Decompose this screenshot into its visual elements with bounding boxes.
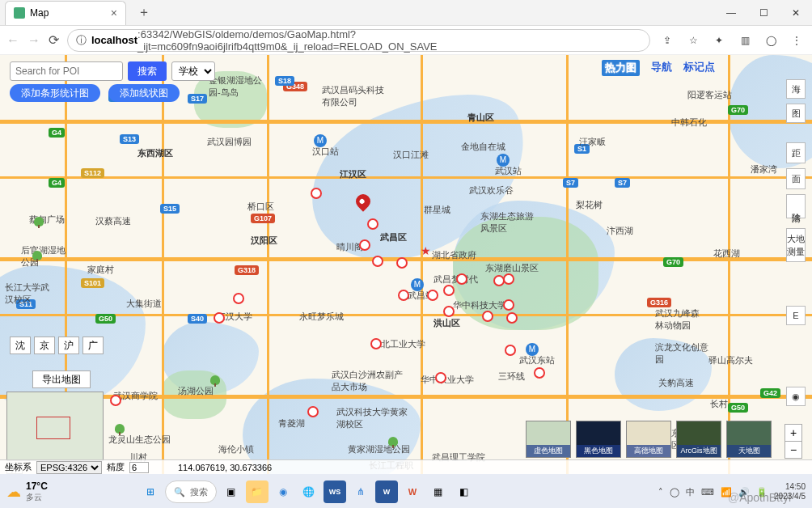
taskbar-search[interactable]: 🔍 搜索 xyxy=(165,480,217,503)
wifi-icon[interactable]: 📶 xyxy=(721,487,732,497)
poi-marker[interactable] xyxy=(482,311,493,322)
geodesic-measure-tool[interactable]: 大地 测量 xyxy=(786,228,806,262)
menu-icon[interactable]: ⋮ xyxy=(788,32,806,49)
wps-icon[interactable]: W xyxy=(401,480,424,503)
place-label: 武汉九峰森林动物园 xyxy=(655,307,704,332)
forward-button[interactable]: → xyxy=(27,33,40,48)
star-icon[interactable]: ☆ xyxy=(684,32,702,49)
volume-icon[interactable]: 🔊 xyxy=(738,487,750,497)
close-tab-icon[interactable]: × xyxy=(111,6,117,19)
poi-marker[interactable] xyxy=(534,367,545,379)
metro-icon: M xyxy=(497,154,510,167)
battery-icon[interactable]: 🔋 xyxy=(756,487,768,497)
place-label: 花西湖 xyxy=(713,248,740,260)
poi-marker[interactable] xyxy=(503,273,514,285)
overview-tool[interactable]: 海 xyxy=(786,79,806,99)
browser-tab[interactable]: Map × xyxy=(5,1,126,25)
map-viewport[interactable]: G4 G4 G70 G70 G50 G50 G42 G107 G318 G316… xyxy=(0,55,812,474)
poi-marker[interactable] xyxy=(396,257,408,269)
task-view-icon[interactable]: ▣ xyxy=(220,480,243,503)
url-input[interactable]: ⓘ localhost:63342/WebGIS/oldemo/demos/Ga… xyxy=(67,29,650,52)
poi-marker[interactable] xyxy=(503,299,514,311)
locate-tool[interactable]: ◉ xyxy=(786,387,806,406)
navigation-link[interactable]: 导航 xyxy=(651,60,672,76)
overview-map[interactable] xyxy=(6,392,104,461)
poi-marker[interactable] xyxy=(359,239,370,251)
poi-marker[interactable] xyxy=(443,285,455,296)
basemap-tianditu[interactable]: 天地图 xyxy=(726,421,772,458)
place-label: 驿山高尔夫 xyxy=(708,354,753,366)
poi-marker[interactable] xyxy=(110,395,121,406)
extensions-icon[interactable]: ✦ xyxy=(710,32,728,49)
precision-label: 精度 xyxy=(107,461,125,473)
maximize-button[interactable]: ☐ xyxy=(747,1,780,25)
place-label: 武汉东站 xyxy=(519,354,555,366)
zoom-out-button[interactable]: − xyxy=(785,441,802,459)
poi-marker[interactable] xyxy=(506,312,518,324)
area-tool[interactable]: 面 xyxy=(786,168,806,189)
poi-marker[interactable] xyxy=(233,293,244,304)
basemap-dark[interactable]: 黑色地图 xyxy=(576,421,621,458)
poi-marker[interactable] xyxy=(505,345,516,356)
poi-marker[interactable] xyxy=(372,256,383,267)
reload-button[interactable]: ⟳ xyxy=(49,32,59,48)
word-icon[interactable]: W xyxy=(375,480,398,503)
basemap-arcgis[interactable]: ArcGis地图 xyxy=(676,421,721,458)
ime-icon[interactable]: ⌨ xyxy=(701,487,714,497)
basemap-gaode[interactable]: 高德地图 xyxy=(626,421,671,458)
city-beijing[interactable]: 京 xyxy=(34,337,55,354)
clear-tool[interactable]: 清除 xyxy=(786,194,806,218)
poi-marker[interactable] xyxy=(456,273,467,285)
share-icon[interactable]: ⇪ xyxy=(658,32,676,49)
webstorm-icon[interactable]: WS xyxy=(324,480,346,503)
profile-icon[interactable]: ◯ xyxy=(762,32,780,49)
weather-widget[interactable]: ☁ 17°C 多云 xyxy=(6,480,48,503)
app-icon[interactable]: ▦ xyxy=(427,480,450,503)
poi-search-input[interactable] xyxy=(10,61,123,81)
category-select[interactable]: 学校 xyxy=(171,61,215,81)
clock[interactable]: 14:50 2023/4/5 xyxy=(774,482,806,502)
poi-marker[interactable] xyxy=(398,290,409,301)
shield: S13 xyxy=(120,134,139,144)
ime-indicator[interactable]: 中 xyxy=(686,486,695,498)
poi-marker[interactable] xyxy=(311,188,322,199)
search-button[interactable]: 搜索 xyxy=(128,61,167,81)
city-shanghai[interactable]: 沪 xyxy=(58,337,79,354)
close-window-button[interactable]: ✕ xyxy=(780,1,812,25)
heatmap-link[interactable]: 热力图 xyxy=(602,60,640,76)
distance-tool[interactable]: 距 xyxy=(786,142,806,163)
chevron-up-icon[interactable]: ˄ xyxy=(658,487,663,497)
basemap-light[interactable]: 虚色地图 xyxy=(526,421,571,458)
side-panel-icon[interactable]: ▥ xyxy=(736,32,754,49)
edge-icon[interactable]: ◉ xyxy=(272,480,294,503)
place-label: 金地自在城 xyxy=(461,141,505,153)
poi-marker[interactable] xyxy=(370,338,382,349)
zoom-in-button[interactable]: + xyxy=(785,424,802,442)
poi-marker[interactable] xyxy=(307,406,319,417)
poi-marker[interactable] xyxy=(214,312,225,324)
chrome-icon[interactable]: 🌐 xyxy=(298,480,320,503)
poi-marker[interactable] xyxy=(443,306,455,317)
precision-input[interactable] xyxy=(129,462,149,473)
tray-icon[interactable]: ◯ xyxy=(670,487,679,497)
crs-select[interactable]: EPSG:4326 xyxy=(36,461,102,474)
city-shenyang[interactable]: 沈 xyxy=(10,337,31,354)
start-button[interactable]: ⊞ xyxy=(139,480,162,503)
new-tab-button[interactable]: ＋ xyxy=(133,4,155,21)
back-button[interactable]: ← xyxy=(6,33,19,48)
markers-link[interactable]: 标记点 xyxy=(683,60,715,76)
city-guangzhou[interactable]: 广 xyxy=(82,337,104,354)
app-icon-2[interactable]: ◧ xyxy=(453,480,476,503)
map-statusbar: 坐标系 EPSG:4326 精度 114.067619, 30.673366 xyxy=(0,459,812,474)
poi-marker[interactable] xyxy=(427,290,438,301)
export-map-button[interactable]: 导出地图 xyxy=(32,370,91,388)
add-line-chart-button[interactable]: 添加线状图 xyxy=(108,84,180,102)
vscode-icon[interactable]: ⋔ xyxy=(349,480,372,503)
extent-tool[interactable]: E xyxy=(786,306,806,325)
layers-tool[interactable]: 图 xyxy=(786,104,806,123)
poi-marker[interactable] xyxy=(367,218,379,230)
explorer-icon[interactable]: 📁 xyxy=(246,480,269,503)
poi-marker[interactable] xyxy=(435,372,446,383)
minimize-button[interactable]: — xyxy=(715,1,747,25)
add-bar-chart-button[interactable]: 添加条形统计图 xyxy=(10,84,100,102)
